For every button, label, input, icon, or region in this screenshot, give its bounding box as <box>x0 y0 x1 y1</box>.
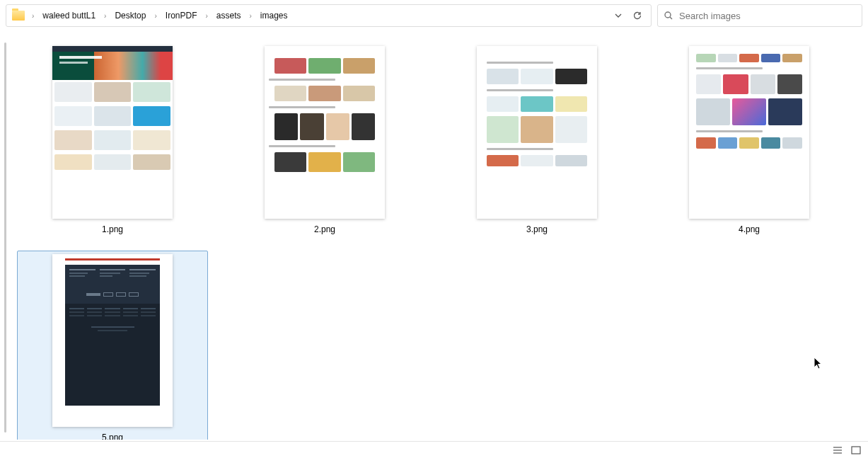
file-name: 4.png <box>739 224 760 234</box>
content-area: 1.png <box>0 35 868 440</box>
file-item[interactable]: 3.png <box>441 42 632 238</box>
file-name: 5.png <box>102 433 123 440</box>
breadcrumb-segment[interactable]: assets <box>212 8 245 23</box>
file-item[interactable]: 4.png <box>654 42 845 238</box>
breadcrumb-segment[interactable]: IronPDF <box>161 8 202 23</box>
svg-line-1 <box>670 17 672 19</box>
breadcrumb-segment[interactable]: waleed buttL1 <box>38 8 100 23</box>
file-grid[interactable]: 1.png <box>10 35 868 440</box>
search-icon <box>664 11 673 21</box>
dropdown-icon[interactable] <box>614 11 623 20</box>
details-view-button[interactable] <box>831 445 844 456</box>
breadcrumb-segment[interactable]: images <box>256 8 292 23</box>
search-input[interactable] <box>679 11 856 21</box>
file-name: 2.png <box>314 224 335 234</box>
folder-icon <box>12 11 25 21</box>
breadcrumb: waleed buttL1 › Desktop › IronPDF › asse… <box>38 8 606 23</box>
breadcrumb-segment[interactable]: Desktop <box>110 8 150 23</box>
file-name: 3.png <box>526 224 548 234</box>
chevron-icon: › <box>153 12 158 20</box>
file-thumbnail <box>52 46 173 219</box>
address-controls <box>608 11 648 21</box>
file-name: 1.png <box>102 224 123 234</box>
chevron-icon: › <box>30 12 35 20</box>
scroll-gutter[interactable] <box>0 35 10 440</box>
file-item[interactable]: 1.png <box>17 42 208 238</box>
svg-point-0 <box>665 12 671 18</box>
svg-rect-5 <box>852 447 860 454</box>
address-bar[interactable]: › waleed buttL1 › Desktop › IronPDF › as… <box>6 4 652 27</box>
toolbar: › waleed buttL1 › Desktop › IronPDF › as… <box>0 0 868 31</box>
file-thumbnail <box>52 254 173 427</box>
thumbnails-view-button[interactable] <box>850 445 862 456</box>
search-box[interactable] <box>657 4 862 27</box>
chevron-icon: › <box>103 12 108 20</box>
file-item[interactable]: 2.png <box>229 42 420 238</box>
file-thumbnail <box>689 46 809 219</box>
chevron-icon: › <box>248 12 253 20</box>
file-item[interactable]: 5.png <box>17 251 208 440</box>
scroll-track <box>4 42 6 433</box>
refresh-icon[interactable] <box>632 11 642 21</box>
status-bar <box>0 441 868 458</box>
chevron-icon: › <box>204 12 209 20</box>
file-thumbnail <box>477 46 597 219</box>
file-thumbnail <box>265 46 385 219</box>
